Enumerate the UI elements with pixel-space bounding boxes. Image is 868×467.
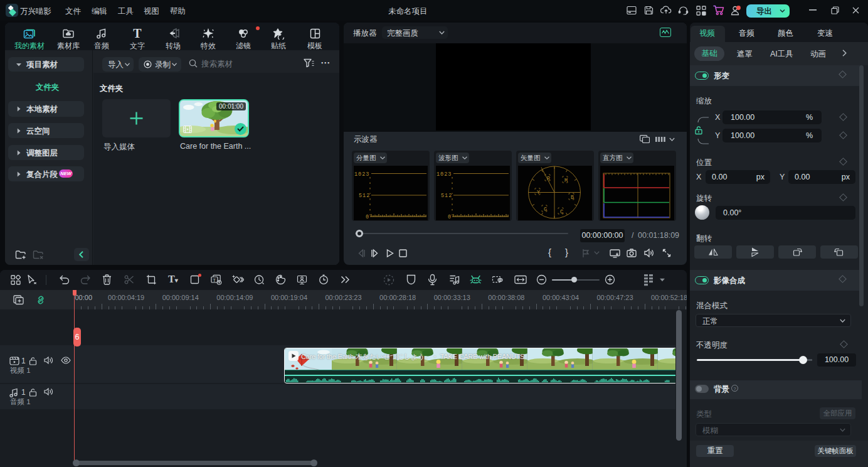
svg-text:G: G	[544, 207, 547, 213]
svg-text:Y: Y	[537, 190, 540, 196]
svg-text:R: R	[547, 176, 550, 182]
svg-text:1023: 1023	[437, 171, 452, 178]
svg-text:C: C	[560, 209, 563, 215]
svg-text:M: M	[564, 178, 568, 184]
svg-text:0: 0	[448, 214, 451, 220]
svg-text:0: 0	[366, 214, 369, 220]
svg-text:512: 512	[441, 193, 452, 199]
svg-text:T: T	[213, 277, 216, 283]
svg-text:1023: 1023	[354, 171, 369, 178]
svg-text:512: 512	[359, 193, 370, 199]
svg-text:B: B	[571, 195, 574, 201]
